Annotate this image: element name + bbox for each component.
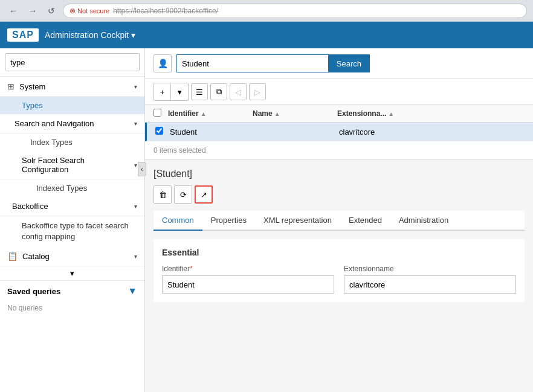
detail-delete-button[interactable]: 🗑 bbox=[153, 185, 172, 204]
no-queries-text: No queries bbox=[0, 301, 144, 315]
extensionname-label: Extensionname bbox=[344, 265, 516, 273]
extensionname-input[interactable] bbox=[344, 275, 516, 294]
sidebar-search-area bbox=[0, 48, 144, 77]
sidebar-item-search-nav[interactable]: Search and Navigation ▾ bbox=[0, 114, 144, 133]
sidebar-system-caret: ▾ bbox=[134, 83, 137, 90]
not-secure-label: Not secure bbox=[77, 7, 109, 14]
col-header-identifier[interactable]: Identifier ▲ bbox=[168, 109, 253, 118]
items-selected-text: 0 items selected bbox=[145, 141, 533, 160]
essential-section: Essential Identifier* Extensionname bbox=[153, 239, 525, 302]
identifier-label: Identifier* bbox=[162, 265, 334, 273]
system-icon: ⊞ bbox=[7, 82, 15, 91]
identifier-required-star: * bbox=[190, 265, 193, 273]
refresh-button[interactable]: ↺ bbox=[45, 5, 58, 17]
sidebar-search-nav-label: Search and Navigation bbox=[15, 119, 129, 128]
sidebar-search-nav-caret: ▾ bbox=[134, 120, 137, 127]
left-button[interactable]: ◁ bbox=[230, 83, 247, 100]
add-button-group: + ▾ bbox=[153, 83, 189, 101]
sidebar-item-system-label: System bbox=[19, 82, 129, 91]
tab-common[interactable]: Common bbox=[153, 211, 202, 231]
add-button[interactable]: + bbox=[154, 83, 171, 100]
sidebar-item-index-types[interactable]: Index Types bbox=[0, 133, 144, 151]
tab-administration[interactable]: Administration bbox=[390, 211, 457, 231]
tab-properties[interactable]: Properties bbox=[202, 211, 255, 231]
cell-extension: clavritcore bbox=[339, 127, 525, 137]
sap-logo: SAP bbox=[7, 28, 39, 42]
detail-refresh-button[interactable]: ⟳ bbox=[174, 185, 192, 204]
sidebar-catalog-caret: ▾ bbox=[134, 253, 137, 260]
saved-queries-section: Saved queries ▼ bbox=[0, 280, 144, 301]
not-secure-badge: ⊗ Not secure bbox=[69, 7, 109, 15]
forward-button[interactable]: → bbox=[25, 5, 40, 17]
sidebar: ⊞ System ▾ Types Search and Navigation ▾… bbox=[0, 48, 145, 392]
sidebar-item-solr-facet[interactable]: Solr Facet Search Configuration ▾ bbox=[0, 151, 144, 179]
form-row: Identifier* Extensionname bbox=[162, 265, 516, 294]
select-all-checkbox[interactable] bbox=[153, 109, 161, 117]
sidebar-item-backoffice[interactable]: Backoffice ▾ bbox=[0, 197, 144, 216]
sidebar-indexed-types-label: Indexed Types bbox=[36, 184, 87, 193]
name-sort-icon: ▲ bbox=[274, 111, 280, 117]
sidebar-backoffice-label: Backoffice bbox=[12, 202, 129, 211]
right-button[interactable]: ▷ bbox=[249, 83, 266, 100]
sidebar-search-input[interactable] bbox=[5, 53, 140, 71]
filter-icon[interactable]: ▼ bbox=[128, 286, 137, 297]
row-select-checkbox[interactable] bbox=[155, 127, 163, 135]
saved-queries-label: Saved queries bbox=[7, 287, 60, 296]
detail-panel: [Student] 🗑 ⟳ ↗ Common Properties XML re… bbox=[145, 160, 533, 310]
col-header-extension[interactable]: Extensionna... ▲ bbox=[337, 109, 525, 118]
detail-title: [Student] bbox=[153, 169, 525, 179]
app-title: Administration Cockpit ▾ bbox=[45, 30, 135, 40]
data-table: Identifier ▲ Name ▲ Extensionna... ▲ Stu… bbox=[145, 105, 533, 160]
col-extension-label: Extensionna... bbox=[337, 109, 386, 118]
content-area: 👤 Search + ▾ ☰ ⧉ ◁ ▷ bbox=[145, 48, 533, 392]
app-title-text: Administration Cockpit bbox=[45, 30, 129, 40]
col-name-label: Name bbox=[253, 109, 273, 118]
tab-extended[interactable]: Extended bbox=[340, 211, 390, 231]
search-button[interactable]: Search bbox=[328, 54, 370, 72]
browser-bar: ← → ↺ ⊗ Not secure https://localhost:900… bbox=[0, 0, 533, 22]
sidebar-solr-caret: ▾ bbox=[134, 162, 137, 169]
sidebar-item-backoffice-mapping[interactable]: Backoffice type to facet search config m… bbox=[0, 216, 144, 246]
sidebar-scroll-down[interactable]: ▾ bbox=[0, 266, 144, 280]
detail-toolbar: 🗑 ⟳ ↗ bbox=[153, 185, 525, 204]
catalog-icon: 📋 bbox=[7, 251, 18, 261]
essential-title: Essential bbox=[162, 248, 516, 257]
copy-button[interactable]: ⧉ bbox=[210, 83, 227, 100]
sidebar-backoffice-mapping-label: Backoffice type to facet search config m… bbox=[22, 221, 129, 241]
col-identifier-label: Identifier bbox=[168, 109, 199, 118]
table-header-row: Identifier ▲ Name ▲ Extensionna... ▲ bbox=[145, 105, 533, 123]
col-header-name[interactable]: Name ▲ bbox=[253, 109, 337, 118]
person-type-icon[interactable]: 👤 bbox=[153, 54, 172, 72]
address-bar: ⊗ Not secure https://localhost:9002/back… bbox=[63, 4, 527, 18]
person-icon: 👤 bbox=[158, 59, 168, 68]
url-text[interactable]: https://localhost:9002/backoffice/ bbox=[113, 7, 218, 15]
sidebar-index-types-label: Index Types bbox=[30, 138, 73, 147]
search-input[interactable] bbox=[176, 54, 328, 72]
extensionname-field: Extensionname bbox=[344, 265, 516, 294]
list-view-button[interactable]: ☰ bbox=[191, 83, 208, 100]
sidebar-item-system[interactable]: ⊞ System ▾ bbox=[0, 77, 144, 97]
search-bar: 👤 Search bbox=[145, 48, 533, 79]
warning-icon: ⊗ bbox=[69, 7, 76, 15]
identifier-input[interactable] bbox=[162, 275, 334, 294]
table-row[interactable]: Student clavritcore bbox=[145, 123, 533, 141]
detail-open-button[interactable]: ↗ bbox=[195, 185, 213, 204]
sap-header: SAP Administration Cockpit ▾ bbox=[0, 22, 533, 48]
sidebar-item-types[interactable]: Types bbox=[0, 97, 144, 114]
sidebar-item-indexed-types[interactable]: Indexed Types bbox=[0, 179, 144, 197]
identifier-field: Identifier* bbox=[162, 265, 334, 294]
sidebar-solr-facet-label: Solr Facet Search Configuration bbox=[22, 156, 129, 174]
sidebar-collapse-button[interactable]: ‹ bbox=[138, 162, 146, 176]
sidebar-item-catalog[interactable]: 📋 Catalog ▾ bbox=[0, 246, 144, 266]
tab-xml[interactable]: XML representation bbox=[255, 211, 340, 231]
row-checkbox[interactable] bbox=[155, 127, 170, 137]
cell-identifier: Student bbox=[170, 127, 254, 137]
sidebar-wrapper: ⊞ System ▾ Types Search and Navigation ▾… bbox=[0, 48, 145, 392]
back-button[interactable]: ← bbox=[6, 5, 21, 17]
app-title-caret[interactable]: ▾ bbox=[131, 30, 135, 40]
add-caret-button[interactable]: ▾ bbox=[171, 83, 188, 100]
header-checkbox[interactable] bbox=[153, 109, 168, 118]
main-layout: ⊞ System ▾ Types Search and Navigation ▾… bbox=[0, 48, 533, 392]
scroll-down-icon: ▾ bbox=[70, 269, 74, 278]
sidebar-backoffice-caret: ▾ bbox=[134, 203, 137, 210]
